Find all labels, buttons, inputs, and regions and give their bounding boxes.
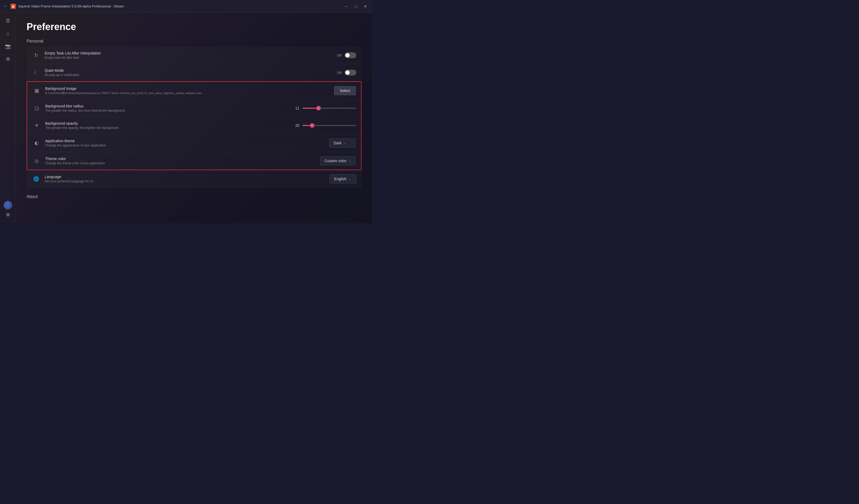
quiet-mode-toggle[interactable] xyxy=(345,70,356,76)
slider-thumb-blur[interactable] xyxy=(316,106,321,110)
sidebar-bottom: 👤 ⚙ xyxy=(2,201,14,219)
avatar-icon: 👤 xyxy=(5,203,10,207)
blur-radius-icon: ◲ xyxy=(32,104,41,112)
opacity-desc: The greater the opacity, the brighter th… xyxy=(45,126,293,130)
theme-color-icon: ◎ xyxy=(32,156,41,165)
slider-fill-blur xyxy=(303,108,318,109)
empty-task-label: Empty Task List After Interpolation xyxy=(45,51,337,55)
toggle-thumb-2 xyxy=(345,71,350,75)
empty-task-row: ↻ Empty Task List After Interpolation Em… xyxy=(27,47,362,64)
app-layout: ☰ ⌂ 📷 ⚙ 👤 ⚙ Preference Personal ↻ Empty … xyxy=(0,13,372,223)
quiet-mode-row: ☾ Quiet Mode No pop-up or notification O… xyxy=(27,64,362,81)
blur-radius-label: Background blur radius xyxy=(45,104,293,108)
blur-radius-row: ◲ Background blur radius The greater the… xyxy=(27,100,361,117)
opacity-text: Background opacity The greater the opaci… xyxy=(45,121,293,130)
titlebar: ← Squirrel Video Frame Interpolation 5.0… xyxy=(0,0,372,13)
toggle-thumb xyxy=(345,53,350,57)
background-image-icon: ▦ xyxy=(32,87,41,95)
blur-radius-value: 11 xyxy=(293,106,299,110)
theme-row: ◐ Application theme Change the appearanc… xyxy=(27,134,361,152)
opacity-control: 20 xyxy=(293,123,356,128)
empty-task-control: Off xyxy=(337,52,356,58)
quiet-mode-text: Quiet Mode No pop-up or notification xyxy=(45,68,337,77)
app-icon xyxy=(11,4,16,9)
sidebar: ☰ ⌂ 📷 ⚙ 👤 ⚙ xyxy=(0,13,16,223)
sidebar-item-menu[interactable]: ☰ xyxy=(2,15,14,27)
language-dropdown[interactable]: English ⌄ xyxy=(330,174,356,183)
quiet-mode-icon: ☾ xyxy=(32,68,41,77)
language-row: 🌐 Language Set your preferred language f… xyxy=(27,170,362,188)
sidebar-item-camera[interactable]: 📷 xyxy=(2,41,14,52)
background-image-path: E:/OneDrive/图片/Anime/Echidna/yande.re 70… xyxy=(45,91,205,95)
theme-control: Dark ⌄ xyxy=(329,138,356,148)
quiet-mode-control: Off xyxy=(337,70,356,76)
quiet-mode-label: Quiet Mode xyxy=(45,68,337,73)
menu-icon: ☰ xyxy=(6,18,10,24)
window-title: Squirrel Video Frame Interpolation 5.0.6… xyxy=(18,4,343,8)
highlighted-section: ▦ Background Image E:/OneDrive/图片/Anime/… xyxy=(27,81,362,170)
chevron-down-icon-2: ⌄ xyxy=(349,159,351,163)
theme-color-dropdown[interactable]: Custom color ⌄ xyxy=(320,156,356,165)
section-about: About xyxy=(27,194,362,199)
opacity-slider[interactable] xyxy=(303,123,356,128)
slider-track-blur xyxy=(303,108,356,109)
select-button[interactable]: Select xyxy=(334,86,356,95)
sidebar-item-home[interactable]: ⌂ xyxy=(2,28,14,39)
opacity-row: ☀ Background opacity The greater the opa… xyxy=(27,117,361,134)
theme-label: Application theme xyxy=(45,139,329,143)
blur-radius-slider[interactable] xyxy=(303,106,356,111)
background-image-label: Background Image xyxy=(45,87,334,91)
maximize-button[interactable]: □ xyxy=(352,3,359,10)
sidebar-item-tools[interactable]: ⚙ xyxy=(2,53,14,65)
theme-color-row: ◎ Theme color Change the theme color of … xyxy=(27,152,361,170)
theme-text: Application theme Change the appearance … xyxy=(45,139,329,147)
theme-value: Dark xyxy=(334,141,342,145)
theme-desc: Change the appearance of your applicatio… xyxy=(45,143,329,147)
main-content: Preference Personal ↻ Empty Task List Af… xyxy=(16,13,372,223)
language-icon: 🌐 xyxy=(32,175,41,183)
theme-color-desc: Change the theme color of you applicatio… xyxy=(45,161,320,165)
section-personal: Personal xyxy=(27,39,362,44)
home-icon: ⌂ xyxy=(6,31,9,36)
theme-icon: ◐ xyxy=(32,139,41,147)
tools-icon: ⚙ xyxy=(6,56,10,62)
about-section: About xyxy=(27,194,362,199)
slider-thumb-opacity[interactable] xyxy=(310,123,314,127)
back-button[interactable]: ← xyxy=(3,3,8,9)
language-text: Language Set your preferred language for… xyxy=(45,175,330,183)
quiet-mode-state: Off xyxy=(337,71,341,75)
language-value: English xyxy=(334,177,346,181)
theme-color-text: Theme color Change the theme color of yo… xyxy=(45,156,320,165)
blur-radius-desc: The greater the radius, the more blurred… xyxy=(45,109,293,112)
opacity-icon: ☀ xyxy=(32,121,41,130)
camera-icon: 📷 xyxy=(5,43,11,49)
chevron-down-icon: ⌄ xyxy=(344,141,346,145)
theme-color-control: Custom color ⌄ xyxy=(320,156,356,165)
empty-task-text: Empty Task List After Interpolation Empt… xyxy=(45,51,337,60)
avatar[interactable]: 👤 xyxy=(4,201,12,210)
opacity-value: 20 xyxy=(293,123,299,127)
background-image-text: Background Image E:/OneDrive/图片/Anime/Ec… xyxy=(45,87,334,95)
close-button[interactable]: ✕ xyxy=(362,3,369,10)
opacity-label: Background opacity xyxy=(45,121,293,125)
window-controls: ─ □ ✕ xyxy=(343,3,369,10)
empty-task-state: Off xyxy=(337,54,341,57)
slider-track-opacity xyxy=(303,125,356,126)
settings-icon[interactable]: ⚙ xyxy=(2,211,14,219)
language-desc: Set your preferred language for UI xyxy=(45,180,330,183)
blur-radius-text: Background blur radius The greater the r… xyxy=(45,104,293,112)
empty-task-desc: Empty task list after task xyxy=(45,56,337,60)
background-image-control: Select xyxy=(334,86,356,95)
language-label: Language xyxy=(45,175,330,179)
language-control: English ⌄ xyxy=(330,174,356,183)
empty-task-toggle[interactable] xyxy=(345,52,356,58)
theme-dropdown[interactable]: Dark ⌄ xyxy=(329,138,356,148)
theme-color-label: Theme color xyxy=(45,156,320,161)
empty-task-icon: ↻ xyxy=(32,51,41,60)
background-image-row: ▦ Background Image E:/OneDrive/图片/Anime/… xyxy=(27,82,361,100)
blur-radius-control: 11 xyxy=(293,106,356,111)
chevron-down-icon-3: ⌄ xyxy=(349,177,351,181)
minimize-button[interactable]: ─ xyxy=(343,3,350,10)
theme-color-value: Custom color xyxy=(325,159,346,163)
page-title: Preference xyxy=(27,21,362,32)
